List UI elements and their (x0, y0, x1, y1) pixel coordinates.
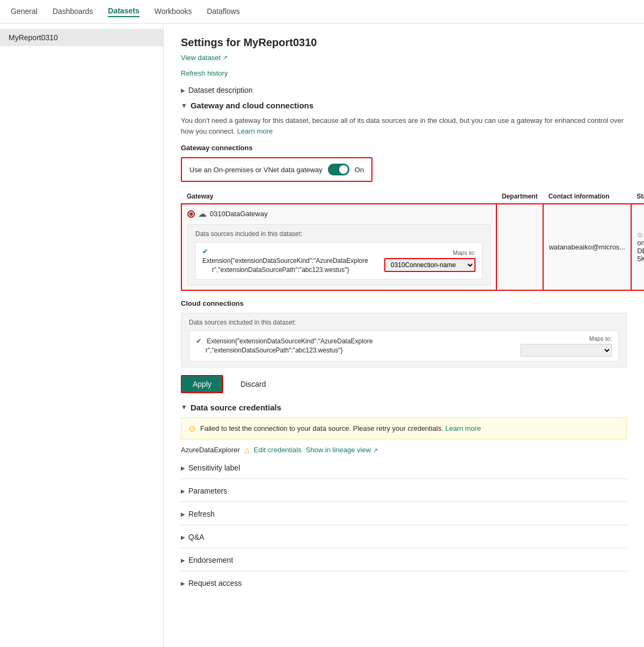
nav-dataflows[interactable]: Dataflows (207, 7, 239, 17)
toggle-state-text: On (355, 166, 364, 174)
gateway-name-cell: ☁ 0310DataGateway Data sources included … (181, 204, 496, 290)
button-row: Apply Discard (181, 375, 627, 393)
gateway-cloud-description: You don't need a gateway for this datase… (181, 115, 627, 136)
request-access-chevron-icon: ▶ (181, 580, 185, 586)
cloud-connections-section: Cloud connections Data sources included … (181, 299, 627, 367)
nav-workbooks[interactable]: Workbooks (155, 7, 192, 17)
parameters-section[interactable]: ▶ Parameters (181, 487, 627, 495)
refresh-section[interactable]: ▶ Refresh (181, 510, 627, 518)
refresh-history-link[interactable]: Refresh history (181, 69, 627, 77)
nav-dashboards[interactable]: Dashboards (53, 7, 93, 17)
gateway-department-cell (496, 204, 543, 290)
cloud-data-source-text-line2: r","extensionDataSourcePath":"abc123.wes… (206, 347, 342, 354)
status-icon: ⊙ (637, 231, 642, 239)
maps-to-label: Maps to: (453, 249, 475, 256)
credential-name: AzureDataExplorer (181, 446, 240, 454)
gateway-status-cell: ⊙ Running on DESKTOP-5KC (631, 204, 644, 290)
edit-credentials-link[interactable]: Edit credentials (254, 446, 302, 454)
qna-section[interactable]: ▶ Q&A (181, 533, 627, 541)
lineage-ext-link-icon: ↗ (373, 447, 378, 453)
top-nav: General Dashboards Datasets Workbooks Da… (0, 0, 644, 24)
col-contact: Contact information (543, 189, 632, 204)
endorsement-chevron-icon: ▶ (181, 557, 185, 563)
chevron-right-icon: ▶ (181, 87, 185, 93)
view-dataset-link[interactable]: View dataset ↗ (181, 54, 228, 62)
col-gateway: Gateway (181, 189, 496, 204)
data-source-text-line1: Extension{"extensionDataSourceKind":"Azu… (202, 257, 368, 264)
endorsement-label: Endorsement (188, 556, 233, 564)
gateway-toggle[interactable] (328, 164, 349, 175)
data-sources-label: Data sources included in this dataset: (195, 230, 482, 238)
gateway-cloud-label: Gateway and cloud connections (191, 101, 313, 110)
page-title: Settings for MyReport0310 (181, 36, 627, 49)
apply-button[interactable]: Apply (181, 375, 223, 393)
credentials-row: AzureDataExplorer △ Edit credentials Sho… (181, 446, 627, 454)
check-icon: ✔ (202, 247, 208, 255)
dataset-description-section[interactable]: ▶ Dataset description (181, 86, 627, 94)
credential-warning-icon: △ (244, 446, 250, 454)
gateway-connections-label: Gateway connections (181, 144, 627, 152)
warning-icon: ⊙ (189, 424, 196, 433)
sidebar: MyReport0310 (0, 24, 164, 647)
toggle-box: Use an On-premises or VNet data gateway … (181, 157, 372, 182)
maps-to-select[interactable]: 0310Connection-name Other connection (384, 258, 475, 272)
cloud-connections-label: Cloud connections (181, 299, 627, 307)
refresh-label: Refresh (188, 510, 215, 518)
cloud-maps-to-label: Maps to: (589, 335, 612, 342)
gateway-table-row: ☁ 0310DataGateway Data sources included … (181, 204, 644, 290)
sensitivity-label-text: Sensitivity label (188, 464, 240, 472)
cloud-data-sources-label: Data sources included in this dataset: (189, 319, 619, 326)
toggle-label-text: Use an On-premises or VNet data gateway (189, 166, 323, 174)
gateway-table: Gateway Department Contact information S… (181, 189, 644, 291)
request-access-section[interactable]: ▶ Request access (181, 579, 627, 587)
gateway-radio-button[interactable] (187, 210, 195, 218)
discard-button[interactable]: Discard (230, 376, 276, 392)
warning-text: Failed to test the connection to your da… (200, 423, 619, 434)
parameters-label: Parameters (188, 487, 227, 495)
credentials-learn-more-link[interactable]: Learn more (445, 424, 481, 432)
parameters-chevron-icon: ▶ (181, 488, 185, 494)
gateway-cloud-header[interactable]: ▼ Gateway and cloud connections (181, 101, 627, 110)
qna-label: Q&A (188, 533, 204, 541)
data-source-credentials-label: Data source credentials (191, 403, 281, 412)
gateway-contact-cell: watanabeaiko@micros... (543, 204, 632, 290)
sensitivity-label-section[interactable]: ▶ Sensitivity label (181, 464, 627, 472)
gateway-learn-more-link[interactable]: Learn more (237, 127, 273, 135)
gateway-name-text: 0310DataGateway (210, 210, 268, 218)
cloud-data-source-row: ✔ Extension{"extensionDataSourceKind":"A… (189, 330, 619, 362)
cloud-icon: ☁ (198, 209, 207, 219)
col-status: Status (631, 189, 644, 204)
data-source-credentials-section: ▼ Data source credentials ⊙ Failed to te… (181, 403, 627, 454)
chevron-down-creds-icon: ▼ (181, 403, 187, 411)
external-link-icon: ↗ (223, 54, 228, 61)
request-access-label: Request access (188, 579, 242, 587)
data-source-text-line2: r","extensionDataSourcePath":"abc123.wes… (212, 266, 349, 274)
dataset-description-label: Dataset description (188, 86, 253, 94)
col-department: Department (496, 189, 543, 204)
data-sources-box: Data sources included in this dataset: ✔… (187, 224, 491, 285)
gateway-cloud-section: ▼ Gateway and cloud connections You don'… (181, 101, 627, 393)
endorsement-section[interactable]: ▶ Endorsement (181, 556, 627, 564)
chevron-down-section-icon: ▼ (181, 102, 187, 109)
main-content: Settings for MyReport0310 View dataset ↗… (164, 24, 644, 647)
page-layout: MyReport0310 Settings for MyReport0310 V… (0, 24, 644, 647)
sidebar-item-myreport[interactable]: MyReport0310 (0, 29, 163, 46)
sensitivity-chevron-icon: ▶ (181, 465, 185, 471)
data-source-row: ✔ Extension{"extensionDataSourceKind":"A… (195, 242, 482, 280)
data-source-credentials-header[interactable]: ▼ Data source credentials (181, 403, 627, 412)
nav-general[interactable]: General (11, 7, 38, 17)
refresh-chevron-icon: ▶ (181, 511, 185, 517)
cloud-connections-box: Data sources included in this dataset: ✔… (181, 313, 627, 367)
show-lineage-link[interactable]: Show in lineage view ↗ (306, 446, 378, 454)
cloud-data-source-text-line1: Extension{"extensionDataSourceKind":"Azu… (207, 337, 372, 345)
nav-datasets[interactable]: Datasets (108, 6, 139, 17)
cloud-check-icon: ✔ (196, 337, 202, 345)
warning-box: ⊙ Failed to test the connection to your … (181, 417, 627, 440)
qna-chevron-icon: ▶ (181, 534, 185, 540)
cloud-maps-to-select[interactable] (521, 344, 612, 357)
